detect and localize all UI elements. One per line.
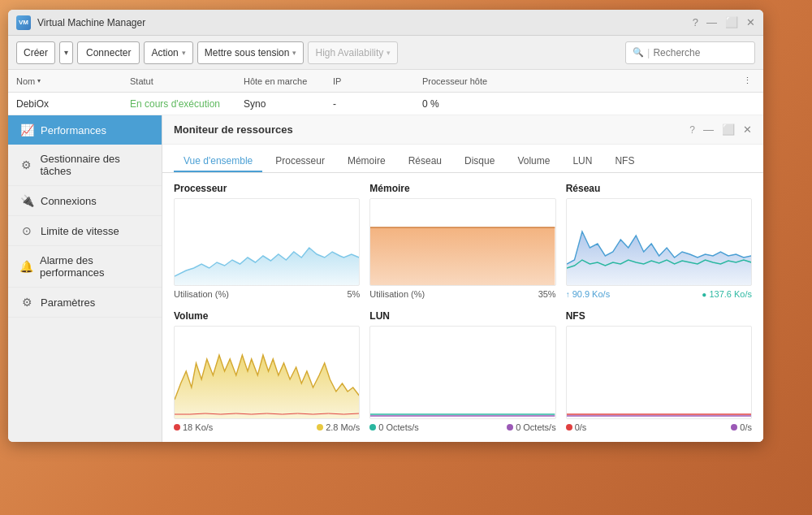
monitor-close-icon[interactable]: ✕: [743, 123, 752, 136]
volume-title: Volume: [174, 310, 360, 322]
sidebar-item-performances[interactable]: 📈 Performances: [8, 115, 162, 145]
action-arrow-icon: ▾: [182, 49, 186, 57]
tab-disque[interactable]: Disque: [455, 151, 504, 172]
app-title: Virtual Machine Manager: [37, 17, 686, 28]
reseau-title: Réseau: [566, 183, 752, 194]
monitor-maximize-icon[interactable]: ⬜: [722, 123, 735, 136]
performances-label: Performances: [41, 124, 106, 136]
volume-read-label: 18 Ko/s: [183, 422, 213, 432]
lun-footer: 0 Octets/s 0 Octets/s: [369, 422, 555, 432]
memoire-utilisation-label: Utilisation (%): [369, 289, 425, 299]
col-ip-header: IP: [333, 76, 422, 86]
svg-rect-1: [370, 227, 555, 286]
app-icon: VM: [16, 15, 31, 30]
nfs-chart-container: [566, 326, 752, 419]
search-separator: |: [647, 46, 650, 58]
monitor-panel: Moniteur de ressources ? — ⬜ ✕ Vue d'ens…: [162, 115, 763, 442]
action-button[interactable]: Action ▾: [144, 41, 192, 64]
memoire-card: Mémoire: [369, 183, 555, 299]
tab-processeur[interactable]: Processeur: [266, 151, 335, 172]
nfs-read-label: 0/s: [575, 422, 587, 432]
tab-memoire[interactable]: Mémoire: [338, 151, 395, 172]
nfs-write-label: 0/s: [740, 422, 752, 432]
sidebar-item-limite[interactable]: ⊙ Limite de vitesse: [8, 216, 162, 246]
create-arrow[interactable]: ▾: [59, 41, 73, 64]
sidebar-item-connexions[interactable]: 🔌 Connexions: [8, 186, 162, 216]
ha-button[interactable]: High Availability ▾: [308, 41, 398, 64]
vm-status: En cours d'exécution: [130, 98, 244, 110]
processeur-utilisation-label: Utilisation (%): [174, 289, 229, 299]
lun-title: LUN: [369, 310, 555, 322]
power-arrow-icon: ▾: [292, 49, 296, 57]
close-icon[interactable]: ✕: [746, 16, 755, 28]
monitor-help-icon[interactable]: ?: [689, 124, 695, 136]
volume-write-label: 2.8 Mo/s: [326, 422, 360, 432]
create-button[interactable]: Créer: [16, 41, 55, 64]
vm-table-row[interactable]: DebiOx En cours d'exécution Syno - 0 %: [8, 93, 763, 115]
nfs-title: NFS: [566, 310, 752, 322]
memoire-title: Mémoire: [369, 183, 555, 194]
monitor-minimize-icon[interactable]: —: [703, 123, 714, 136]
svg-marker-0: [175, 248, 359, 286]
vm-name: DebiOx: [16, 98, 130, 110]
sidebar-item-alarme[interactable]: 🔔 Alarme des performances: [8, 246, 162, 288]
sidebar-item-parametres[interactable]: ⚙ Paramètres: [8, 288, 162, 318]
memoire-footer: Utilisation (%) 35%: [369, 289, 555, 299]
reseau-chart-container: [566, 198, 752, 286]
processeur-value: 5%: [347, 289, 360, 299]
reseau-footer: ↑ 90.9 Ko/s ● 137.6 Ko/s: [566, 289, 752, 299]
vmm-title-bar: VM Virtual Machine Manager ? — ⬜ ✕: [8, 10, 763, 36]
nfs-footer: 0/s 0/s: [566, 422, 752, 432]
search-icon: 🔍: [633, 47, 644, 58]
ha-label: High Availability: [315, 47, 383, 58]
limite-label: Limite de vitesse: [41, 225, 119, 237]
maximize-icon[interactable]: ⬜: [725, 16, 738, 28]
vm-cpu: 0 %: [422, 98, 755, 110]
tab-vue-ensemble[interactable]: Vue d'ensemble: [174, 151, 262, 172]
lun-chart-container: [369, 326, 555, 419]
lun-read-dot: [369, 424, 376, 431]
tab-volume[interactable]: Volume: [508, 151, 559, 172]
help-icon[interactable]: ?: [693, 16, 698, 28]
nfs-write-dot: [731, 424, 737, 431]
action-label: Action: [151, 47, 178, 58]
processeur-card: Processeur: [174, 183, 360, 299]
vm-host: Syno: [244, 98, 333, 110]
sidebar-item-taches[interactable]: ⚙ Gestionnaire des tâches: [8, 145, 162, 186]
volume-footer: 18 Ko/s 2.8 Mo/s: [174, 422, 360, 432]
reseau-upload-label: 90.9 Ko/s: [572, 289, 610, 299]
vm-ip: -: [333, 98, 422, 110]
volume-read-dot: [174, 424, 180, 431]
alarme-label: Alarme des performances: [40, 254, 150, 279]
sort-icon: ▾: [37, 77, 41, 84]
parametres-icon: ⚙: [19, 296, 34, 309]
parametres-label: Paramètres: [41, 296, 95, 309]
search-input[interactable]: [653, 47, 742, 58]
svg-marker-3: [567, 232, 751, 286]
tab-nfs[interactable]: NFS: [605, 151, 644, 172]
power-label: Mettre sous tension: [205, 47, 290, 58]
lun-card: LUN 0 Octe: [369, 310, 555, 432]
minimize-icon[interactable]: —: [706, 16, 717, 28]
power-button[interactable]: Mettre sous tension ▾: [197, 41, 304, 64]
tab-lun[interactable]: LUN: [563, 151, 602, 172]
sidebar-nav: 📈 Performances ⚙ Gestionnaire des tâches…: [8, 115, 162, 442]
taches-label: Gestionnaire des tâches: [40, 153, 150, 177]
connect-button[interactable]: Connecter: [77, 41, 140, 64]
tab-reseau[interactable]: Réseau: [399, 151, 451, 172]
col-name-header[interactable]: Nom ▾: [16, 76, 130, 86]
vm-table-header: Nom ▾ Statut Hôte en marche IP Processeu…: [8, 70, 763, 93]
volume-write-dot: [317, 424, 323, 431]
col-more-header[interactable]: ⋮: [739, 76, 755, 86]
search-box[interactable]: 🔍 |: [625, 41, 755, 64]
processeur-footer: Utilisation (%) 5%: [174, 289, 360, 299]
col-host-header: Hôte en marche: [244, 76, 333, 86]
charts-area: Processeur: [162, 173, 763, 442]
monitor-tabs: Vue d'ensemble Processeur Mémoire Réseau…: [162, 145, 763, 173]
download-arrow-icon: ●: [702, 290, 706, 299]
col-status-header: Statut: [130, 76, 244, 86]
nfs-card: NFS 0/s: [566, 310, 752, 432]
volume-card: Volume: [174, 310, 360, 432]
col-cpu-header: Processeur hôte: [422, 76, 739, 86]
toolbar: Créer ▾ Connecter Action ▾ Mettre sous t…: [8, 36, 763, 70]
